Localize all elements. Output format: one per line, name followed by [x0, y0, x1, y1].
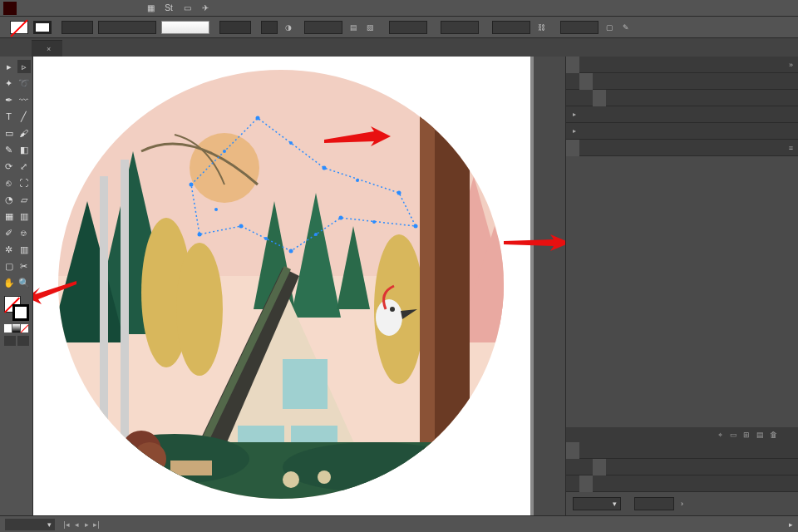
x-input[interactable]: [389, 21, 427, 34]
eraser-tool[interactable]: ◧: [17, 143, 31, 156]
tab-character[interactable]: [566, 459, 579, 475]
stroke-swatch[interactable]: [33, 21, 52, 34]
stock-icon[interactable]: St: [162, 2, 175, 15]
align-icon[interactable]: ▤: [347, 22, 359, 33]
canvas-area[interactable]: [33, 57, 565, 515]
opacity-slider-icon[interactable]: ›: [681, 500, 683, 508]
tab-stroke[interactable]: [566, 475, 579, 492]
zoom-level[interactable]: ▾: [5, 519, 55, 530]
zoom-tool[interactable]: 🔍: [17, 276, 31, 289]
blend-mode-dropdown[interactable]: ▾: [573, 497, 621, 510]
corners-input[interactable]: [304, 21, 342, 34]
tab-appearance[interactable]: [566, 73, 579, 90]
svg-point-36: [256, 116, 260, 121]
shaper-tool[interactable]: ✎: [2, 143, 16, 156]
y-input[interactable]: [441, 21, 479, 34]
fill-stroke-control[interactable]: [4, 296, 29, 321]
gradient-section[interactable]: ▸: [566, 123, 798, 140]
paintbrush-tool[interactable]: 🖌: [17, 126, 31, 140]
locate-object-icon[interactable]: ⌖: [713, 431, 727, 440]
tab-properties[interactable]: [566, 442, 579, 459]
close-tab-icon[interactable]: ×: [47, 45, 51, 53]
gradient-tool[interactable]: ▥: [17, 209, 31, 223]
artboard-next-last[interactable]: ▸|: [91, 520, 101, 529]
column-graph-tool[interactable]: ▥: [17, 243, 31, 256]
mesh-tool[interactable]: ▦: [2, 209, 16, 223]
svg-point-34: [318, 470, 331, 484]
color-mode-toggles[interactable]: [4, 324, 29, 332]
direct-selection-tool[interactable]: ▹: [17, 60, 31, 73]
artboard[interactable]: [33, 57, 530, 515]
gradient-fill-mode[interactable]: [12, 324, 20, 332]
pen-tool[interactable]: ✒: [2, 93, 16, 106]
magic-wand-tool[interactable]: ✦: [2, 76, 16, 90]
svg-point-37: [323, 166, 327, 170]
selection-tool[interactable]: ▸: [2, 60, 16, 73]
tab-transparency[interactable]: [579, 475, 593, 492]
layers-list[interactable]: [566, 156, 798, 427]
artboard-prev-first[interactable]: |◂: [62, 520, 71, 529]
tab-transform[interactable]: [579, 57, 593, 73]
none-fill-mode[interactable]: [21, 324, 28, 332]
stroke-indicator[interactable]: [12, 304, 29, 321]
bridge-icon[interactable]: ▦: [144, 2, 157, 15]
graphic-style[interactable]: [261, 21, 278, 34]
symbol-sprayer-tool[interactable]: ✲: [2, 243, 16, 256]
lasso-tool[interactable]: ➰: [17, 76, 31, 90]
var-width-profile[interactable]: [98, 21, 156, 34]
share-icon[interactable]: ✈: [199, 2, 212, 15]
recolor-icon[interactable]: ◑: [283, 22, 294, 33]
rectangle-tool[interactable]: ▭: [2, 126, 16, 140]
artboard-tool[interactable]: ▢: [2, 259, 16, 273]
shape-icon[interactable]: ▧: [364, 22, 376, 33]
tab-swatches[interactable]: [566, 90, 579, 106]
screen-mode-toggles[interactable]: [4, 336, 29, 346]
scale-tool[interactable]: ⤢: [17, 160, 31, 173]
tab-paragraph[interactable]: [579, 459, 593, 475]
hand-tool[interactable]: ✋: [2, 276, 16, 289]
tab-opentype[interactable]: [593, 459, 606, 475]
panel-menu-icon[interactable]: ≡: [784, 144, 798, 152]
color-fill-mode[interactable]: [4, 324, 12, 332]
fill-swatch[interactable]: [10, 21, 28, 34]
opacity-input[interactable]: [219, 21, 251, 34]
artboard-next[interactable]: ▸: [81, 520, 91, 529]
width-tool[interactable]: ⎋: [2, 176, 16, 190]
tab-brushes[interactable]: [579, 90, 593, 106]
delete-layer-icon[interactable]: 🗑: [766, 431, 780, 439]
make-clip-icon[interactable]: ▭: [727, 431, 740, 439]
shape-builder-tool[interactable]: ◔: [2, 193, 16, 206]
tab-symbols[interactable]: [606, 90, 619, 106]
new-layer-icon[interactable]: ▤: [753, 431, 766, 439]
new-sublayer-icon[interactable]: ⊞: [740, 431, 753, 439]
tab-graphic-styles[interactable]: [579, 73, 593, 90]
opacity-field[interactable]: [634, 497, 674, 510]
properties-header: [566, 442, 798, 459]
isolate-icon[interactable]: ▢: [603, 22, 615, 33]
artboard-prev[interactable]: ◂: [71, 520, 81, 529]
h-input[interactable]: [560, 21, 598, 34]
line-tool[interactable]: ╱: [17, 110, 31, 123]
w-input[interactable]: [492, 21, 530, 34]
blend-tool[interactable]: ⎊: [17, 226, 31, 239]
link-wh-icon[interactable]: ⛓: [535, 22, 547, 33]
app-logo: [3, 2, 17, 15]
rotate-tool[interactable]: ⟳: [2, 160, 16, 173]
eyedropper-tool[interactable]: ✐: [2, 226, 16, 239]
tab-align[interactable]: [566, 57, 579, 73]
document-tab[interactable]: ×: [32, 40, 62, 57]
edit-icon[interactable]: ✎: [620, 22, 632, 33]
stroke-weight[interactable]: [62, 21, 93, 34]
tab-color[interactable]: [593, 90, 606, 106]
brush-definition[interactable]: [161, 21, 209, 34]
slice-tool[interactable]: ✂: [17, 259, 31, 273]
type-tool[interactable]: T: [2, 110, 16, 123]
free-transform-tool[interactable]: ⛶: [17, 176, 31, 190]
perspective-tool[interactable]: ▱: [17, 193, 31, 206]
curvature-tool[interactable]: 〰: [17, 93, 31, 106]
panel-collapse-icon[interactable]: »: [784, 61, 798, 69]
tab-layers[interactable]: [566, 140, 579, 156]
color-guide-section[interactable]: ▸: [566, 106, 798, 123]
status-chevron[interactable]: ▸: [789, 520, 793, 529]
arrange-icon[interactable]: ▭: [180, 2, 194, 15]
